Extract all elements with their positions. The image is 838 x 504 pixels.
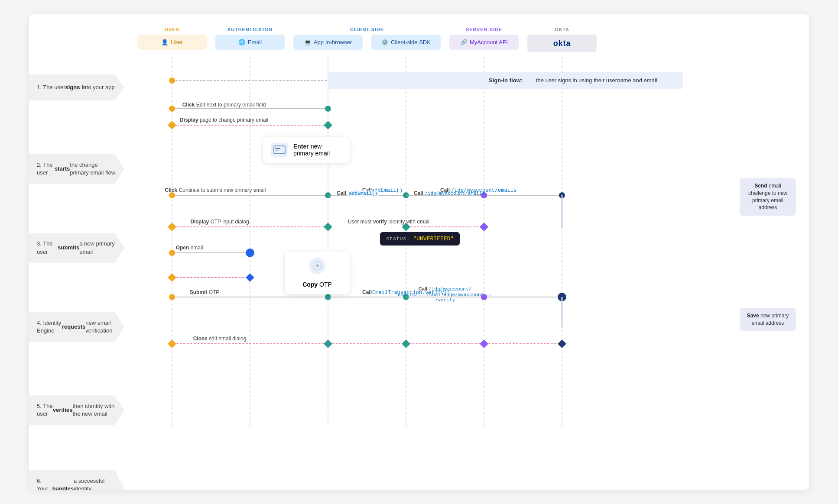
main-content: USER 👤 User AUTHENTICATOR 🌐 Email CLIENT… [137,27,800,429]
svg-text:the user signs in using their : the user signs in using their username a… [536,77,657,84]
svg-point-80 [481,294,487,300]
svg-text:Display OTP input dialog: Display OTP input dialog [190,219,249,225]
svg-rect-90 [558,339,566,348]
email-globe-icon: 🌐 [238,39,245,45]
user-icon: 👤 [161,39,168,45]
copy-otp-box: Copy OTP [285,252,350,294]
svg-rect-91 [274,146,285,154]
svg-rect-45 [168,223,176,231]
enter-email-box: Enter newprimary email [263,137,350,163]
svg-text:Click Continue to submit new p: Click Continue to submit new primary ema… [165,187,266,193]
save-primary-email-box: Save new primary email address [740,308,796,331]
svg-point-57 [246,249,254,257]
diagram-svg: Sign-in flow: the user signs in using th… [137,57,809,429]
svg-text:Click Edit next to primary ema: Click Edit next to primary email field [182,102,266,108]
status-val: "UNVERIFIED" [413,236,454,242]
svg-text:User must verify identity with: User must verify identity with email [348,219,429,225]
svg-point-11 [169,78,175,84]
svg-text:/verify: /verify [435,297,455,303]
sidebar: 1. The user signs in to your app 2. The … [29,74,124,490]
group-label-authenticator: AUTHENTICATOR [215,27,285,32]
col-user: 👤 User [137,35,207,50]
svg-rect-46 [324,223,332,231]
status-key: status: [386,236,413,242]
col-clientsdk: ⚙️ Client-side SDK [371,35,441,50]
svg-rect-89 [480,339,488,348]
okta-logo-text: okta [553,39,571,48]
group-label-client-side: CLIENT-SIDE [293,27,441,32]
diagram-container: 1. The user signs in to your app 2. The … [29,14,809,490]
sidebar-step-2: 2. The user starts the change primary em… [29,154,124,184]
send-email-challenge-box: Send email challenge to new primary emai… [740,178,796,216]
svg-text:Open email: Open email [176,245,203,251]
diagram-area: Sign-in flow: the user signs in using th… [137,57,800,429]
svg-text:emails/.../challenge/myaccount: emails/.../challenge/myaccount... [398,292,492,297]
svg-rect-92 [275,148,280,149]
myaccount-icon: 🔗 [460,39,467,45]
group-label-server-side: SERVER-SIDE [449,27,519,32]
svg-point-65 [169,294,175,300]
svg-point-16 [325,106,331,112]
group-label-user: USER [137,27,207,32]
svg-rect-61 [246,273,254,282]
svg-text:Call: Call [362,289,372,295]
svg-rect-86 [168,339,176,348]
svg-rect-87 [324,339,332,348]
sidebar-step-1: 1. The user signs in to your app [29,74,124,100]
appbrowser-icon: 💻 [304,39,311,45]
status-badge: status: "UNVERIFIED" [380,232,460,246]
svg-point-25 [169,192,175,198]
col-myaccount: 🔗 MyAccount API [449,35,519,50]
sidebar-step-6: 6. Your app handles a successful identit… [29,470,124,491]
col-appbrowser: 💻 App In-browser [293,35,363,50]
svg-rect-52 [480,223,488,231]
svg-text:Submit OTP: Submit OTP [190,289,220,295]
svg-rect-21 [324,121,332,129]
svg-text:Display page to change primary: Display page to change primary email [180,117,268,123]
group-label-okta: OKTA [527,27,597,32]
svg-text:Sign-in flow:: Sign-in flow: [489,77,523,84]
svg-rect-88 [402,339,410,348]
call-addEmail-label: Call addEmail() [337,190,379,196]
svg-point-15 [169,106,175,112]
email-input-icon [271,143,288,157]
sidebar-step-3: 3. The user submits a new primary email [29,233,124,262]
svg-point-56 [169,250,175,256]
copy-icon [309,258,325,274]
copy-otp-label: Copy OTP [302,281,332,288]
col-email: 🌐 Email [215,35,285,50]
clientsdk-icon: ⚙️ [381,39,388,45]
svg-text:Close edit email dialog: Close edit email dialog [193,336,247,342]
col-okta: okta [527,35,597,52]
sidebar-step-5: 5. The user verifies their identity with… [29,395,124,425]
svg-rect-20 [168,121,176,129]
call-idp-emails-label: Call /idp/myaccount/emails [414,190,485,196]
svg-rect-93 [275,150,279,151]
enter-email-text: Enter newprimary email [293,143,330,157]
svg-text:Call /idp/myaccount/: Call /idp/myaccount/ [419,286,471,292]
svg-rect-60 [168,273,176,282]
sidebar-step-4: 4. Identity Engine requests new email ve… [29,312,124,342]
